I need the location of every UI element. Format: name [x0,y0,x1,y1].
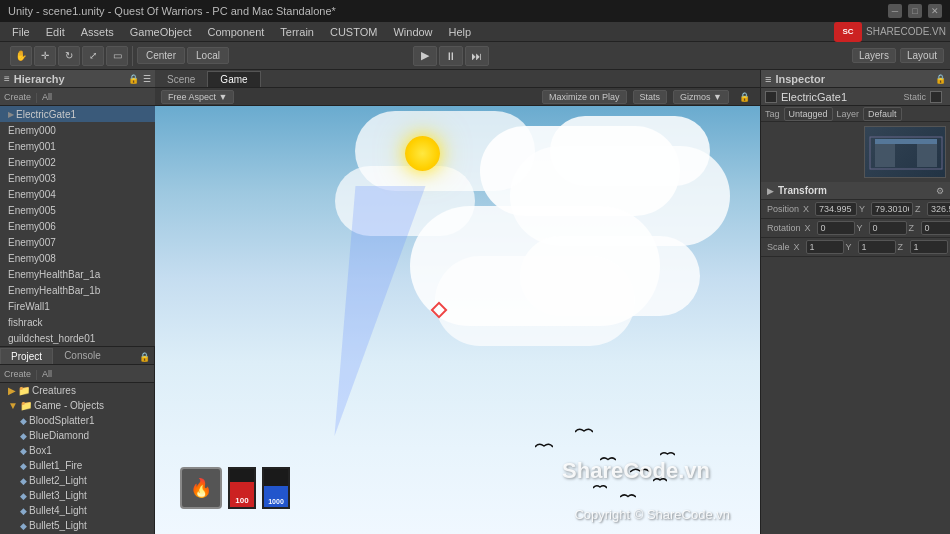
project-item[interactable]: ◆ BlueDiamond [0,428,154,443]
layout-dropdown[interactable]: Layout [900,48,944,63]
menu-item-file[interactable]: File [4,24,38,40]
hierarchy-item[interactable]: Enemy005 [0,202,155,218]
gizmos-btn[interactable]: Gizmos ▼ [673,90,729,104]
project-item[interactable]: ▶ 📁 Creatures [0,383,154,398]
project-item[interactable]: ▼ 📁 Game - Objects [0,398,154,413]
health-bar-blue: 1000 [262,467,290,509]
hierarchy-lock-icon[interactable]: 🔒 [128,74,139,84]
menu-item-component[interactable]: Component [199,24,272,40]
transform-component-header[interactable]: ▶ Transform ⚙ [761,182,950,200]
inspector-lock-icon[interactable]: 🔒 [935,74,946,84]
hierarchy-item[interactable]: Enemy007 [0,234,155,250]
layer-dropdown[interactable]: Default [863,107,902,121]
rot-z-input[interactable] [921,221,950,235]
hierarchy-title: Hierarchy [14,73,65,85]
pos-z-input[interactable] [927,202,950,216]
layer-label: Layer [837,109,860,119]
menu-item-help[interactable]: Help [441,24,480,40]
rx-label: X [805,223,815,233]
hierarchy-item[interactable]: EnemyHealthBar_1a [0,266,155,282]
rot-x-input[interactable] [817,221,855,235]
stats-btn[interactable]: Stats [633,90,668,104]
rotation-values: X Y Z [805,221,950,235]
sy-label: Y [846,242,856,252]
hierarchy-item[interactable]: ▶ ElectricGate1 [0,106,155,122]
sharecode-logo: SC [834,22,862,42]
pos-y-input[interactable] [871,202,913,216]
hierarchy-item[interactable]: guildchest_horde01 [0,330,155,346]
project-item[interactable]: ◆ Bullet5_Light [0,518,154,533]
file-icon: ◆ [20,461,27,471]
hierarchy-item[interactable]: Enemy000 [0,122,155,138]
window-controls: ─ □ ✕ [888,4,942,18]
tag-label: Tag [765,109,780,119]
hierarchy-item[interactable]: Enemy002 [0,154,155,170]
menu-item-edit[interactable]: Edit [38,24,73,40]
pause-btn[interactable]: ⏸ [439,46,463,66]
view-lock-icon[interactable]: 🔒 [735,92,754,102]
tag-dropdown[interactable]: Untagged [784,107,833,121]
hand-tool-btn[interactable]: ✋ [10,46,32,66]
move-tool-btn[interactable]: ✛ [34,46,56,66]
rotate-tool-btn[interactable]: ↻ [58,46,80,66]
rect-tool-btn[interactable]: ▭ [106,46,128,66]
play-btn[interactable]: ▶ [413,46,437,66]
layers-dropdown[interactable]: Layers [852,48,896,63]
project-item[interactable]: ◆ Box1 [0,443,154,458]
hierarchy-item[interactable]: fishrack [0,314,155,330]
tab-scene[interactable]: Scene [155,72,207,87]
cloud-8 [435,256,635,346]
project-lock-icon[interactable]: 🔒 [135,350,154,364]
game-view-toolbar: Free Aspect ▼ Maximize on Play Stats Giz… [155,88,760,106]
project-item[interactable]: ◆ BloodSplatter1 [0,413,154,428]
menu-item-window[interactable]: Window [385,24,440,40]
object-name-label: ElectricGate1 [781,91,899,103]
step-btn[interactable]: ⏭ [465,46,489,66]
maximize-btn[interactable]: □ [908,4,922,18]
arrow-icon: ▶ [8,110,14,119]
scale-label: Scale [767,242,790,252]
position-row: Position X Y Z [761,200,950,219]
tab-game[interactable]: Game [207,71,260,87]
project-list: ▶ 📁 Creatures ▼ 📁 Game - Objects ◆ Blood… [0,383,154,534]
hierarchy-item[interactable]: Enemy006 [0,218,155,234]
hierarchy-item[interactable]: Enemy004 [0,186,155,202]
project-item[interactable]: ◆ Bullet4_Light [0,503,154,518]
scale-x-input[interactable] [806,240,844,254]
pos-x-input[interactable] [815,202,857,216]
hierarchy-item[interactable]: Enemy001 [0,138,155,154]
menu-item-terrain[interactable]: Terrain [272,24,322,40]
hierarchy-item[interactable]: EnemyHealthBar_1b [0,282,155,298]
menu-item-assets[interactable]: Assets [73,24,122,40]
maximize-on-play-btn[interactable]: Maximize on Play [542,90,627,104]
menu-bar: File Edit Assets GameObject Component Te… [0,22,950,42]
project-item[interactable]: ◆ Bullet2_Light [0,473,154,488]
static-checkbox[interactable] [930,91,942,103]
tab-project[interactable]: Project [0,348,53,364]
scale-y-input[interactable] [858,240,896,254]
menu-item-gameobject[interactable]: GameObject [122,24,200,40]
hierarchy-item[interactable]: Enemy003 [0,170,155,186]
bird [575,426,593,438]
file-icon: ◆ [20,521,27,531]
center-btn[interactable]: Center [137,47,185,64]
project-tab-bar: Project Console 🔒 [0,347,154,365]
scale-z-input[interactable] [910,240,948,254]
tab-console[interactable]: Console [53,347,112,364]
hierarchy-item[interactable]: FireWall1 [0,298,155,314]
project-item[interactable]: ◆ Bullet1_Fire [0,458,154,473]
sun [405,136,440,171]
hierarchy-item[interactable]: Enemy008 [0,250,155,266]
project-item[interactable]: ◆ Bullet3_Light [0,488,154,503]
local-btn[interactable]: Local [187,47,229,64]
active-checkbox[interactable] [765,91,777,103]
free-aspect-btn[interactable]: Free Aspect ▼ [161,90,234,104]
create-btn[interactable]: Create [4,369,31,379]
menu-item-custom[interactable]: CUSTOM [322,24,385,40]
close-btn[interactable]: ✕ [928,4,942,18]
minimize-btn[interactable]: ─ [888,4,902,18]
rot-y-input[interactable] [869,221,907,235]
scale-tool-btn[interactable]: ⤢ [82,46,104,66]
transform-settings-icon[interactable]: ⚙ [936,186,944,196]
hierarchy-menu-icon[interactable]: ☰ [143,74,151,84]
